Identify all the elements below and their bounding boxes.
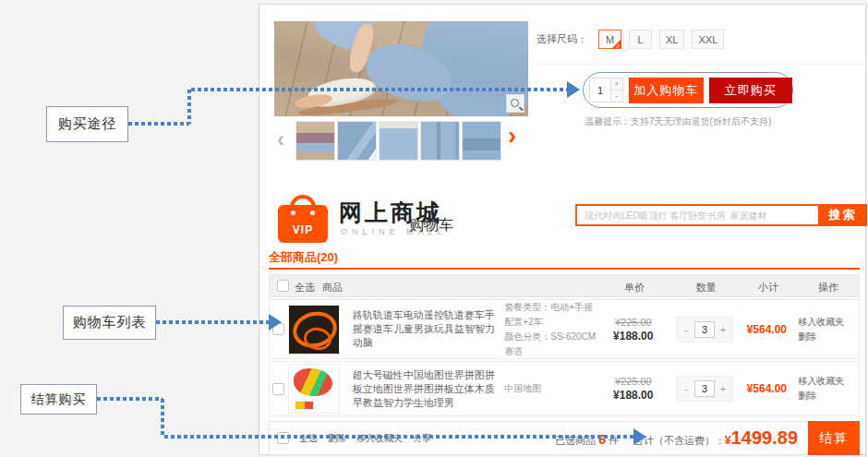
annotation-checkout: 结算购买 <box>20 384 97 415</box>
row1-spec-line1: 套餐类型：电动+手摇配置+2车 <box>504 300 597 330</box>
dotted-line-a1 <box>128 122 189 126</box>
bag-body: VIP <box>278 205 328 243</box>
row2-subtotal: ¥564.00 <box>739 382 794 395</box>
cart-row-1: 路轨轨道车电动遥控轨道赛车手摇赛道车儿童男孩玩具益智智力动脑 套餐类型：电动+手… <box>269 299 860 359</box>
row1-product-title[interactable]: 路轨轨道车电动遥控轨道赛车手摇赛道车儿童男孩玩具益智智力动脑 <box>353 308 505 350</box>
row1-product-image[interactable] <box>288 305 340 355</box>
size-options: M L XL XXL <box>598 30 724 49</box>
search-input[interactable] <box>575 204 818 226</box>
shop-window: ‹ › 选择尺码： M L XL XXL + - 加入购物车 立即购买 温馨提示… <box>259 4 866 455</box>
add-to-cart-button[interactable]: 加入购物车 <box>629 78 704 103</box>
magnifier-icon <box>511 99 519 107</box>
row1-qty-minus-button[interactable]: - <box>681 324 691 335</box>
total-currency: ¥ <box>725 434 731 447</box>
page-title: 购物车 <box>409 216 453 235</box>
section-divider <box>536 64 865 65</box>
column-subtotal: 小计 <box>741 281 796 295</box>
row2-delete-link[interactable]: 删除 <box>798 389 859 403</box>
row2-qty-minus-button[interactable]: - <box>681 383 691 394</box>
row2-product-image[interactable] <box>288 364 340 414</box>
size-option-m[interactable]: M <box>598 30 621 49</box>
dotted-line-b1 <box>156 320 269 324</box>
row2-unit-price: ¥225.00 ¥188.00 <box>597 376 670 402</box>
select-all-checkbox[interactable] <box>277 280 289 292</box>
row2-qty-value[interactable]: 3 <box>694 380 715 397</box>
column-operation: 操作 <box>796 281 861 295</box>
dotted-line-c2 <box>161 399 164 437</box>
column-unit-price: 单价 <box>597 281 671 295</box>
size-selector-row: 选择尺码： M L XL XXL <box>536 30 724 49</box>
row2-qty-plus-button[interactable]: + <box>718 383 728 394</box>
row2-original-price: ¥225.00 <box>597 376 670 387</box>
return-policy-hint: 温馨提示：支持7天无理由退货(拆封后不支持) <box>585 115 771 128</box>
quantity-decrease-button[interactable]: - <box>611 90 623 103</box>
total-amount: 1499.89 <box>731 427 798 449</box>
row1-qty-plus-button[interactable]: + <box>718 324 728 335</box>
vip-text: VIP <box>278 223 328 236</box>
total-label: 合计（不含运费）： <box>633 434 725 448</box>
row1-current-price: ¥188.00 <box>597 330 670 343</box>
annotation-cart-list: 购物车列表 <box>63 306 156 340</box>
cart-row-2: 超大号磁性中国地图世界拼图拼板立地图世界拼图拼板立体木质早教益智力学生地理男 中… <box>269 361 860 416</box>
thumbnail-3[interactable] <box>379 121 418 161</box>
quantity-input[interactable] <box>589 78 611 102</box>
arrowhead-buy-controls-icon <box>567 81 580 98</box>
image-zoom-button[interactable] <box>506 94 524 113</box>
row2-move-to-favorites-link[interactable]: 移入收藏夹 <box>798 374 859 389</box>
row1-unit-price: ¥225.00 ¥188.00 <box>597 317 670 343</box>
search-button[interactable]: 搜索 <box>818 204 867 226</box>
vip-bag-logo-icon: VIP <box>278 195 328 243</box>
thumbnails-next-arrow-icon[interactable]: › <box>508 126 516 145</box>
quantity-stepper: + - <box>589 78 623 102</box>
row1-delete-link[interactable]: 删除 <box>798 330 859 344</box>
row1-subtotal: ¥564.00 <box>739 323 794 336</box>
column-product: 商品 <box>322 281 343 295</box>
thumbnail-2[interactable] <box>337 121 377 161</box>
checkout-button[interactable]: 结算 <box>808 421 860 455</box>
annotation-purchase-path: 购买途径 <box>46 106 128 142</box>
tab-all-items[interactable]: 全部商品(20) <box>269 249 338 266</box>
arrowhead-cart-list-icon <box>269 314 282 331</box>
thumbnail-4[interactable] <box>420 121 460 161</box>
search-bar: 搜索 <box>575 204 867 226</box>
cart-table-header: 全选 商品 单价 数量 小计 操作 <box>269 274 860 297</box>
row1-qty-value[interactable]: 3 <box>694 321 715 338</box>
row2-operations: 移入收藏夹 删除 <box>794 374 859 403</box>
row1-original-price: ¥225.00 <box>597 317 670 328</box>
size-label: 选择尺码： <box>536 32 587 46</box>
dotted-line-c3 <box>164 435 633 439</box>
row1-spec-line2: 颜色分类：SS-620CM赛道 <box>504 330 597 359</box>
thumbnail-1[interactable] <box>295 121 335 161</box>
column-quantity: 数量 <box>671 281 741 295</box>
thumbnails-prev-arrow-icon[interactable]: ‹ <box>277 130 284 149</box>
product-main-image[interactable] <box>274 21 528 116</box>
quantity-increase-button[interactable]: + <box>611 78 623 90</box>
row2-product-title[interactable]: 超大号磁性中国地图世界拼图拼板立地图世界拼图拼板立体木质早教益智力学生地理男 <box>353 368 505 410</box>
row1-product-spec: 套餐类型：电动+手摇配置+2车 颜色分类：SS-620CM赛道 <box>504 300 597 359</box>
arrowhead-checkout-icon <box>633 428 646 445</box>
row1-move-to-favorites-link[interactable]: 移入收藏夹 <box>798 315 859 330</box>
dotted-line-a3 <box>191 88 567 91</box>
buy-controls-highlight: + - 加入购物车 立即购买 <box>583 72 793 108</box>
buy-now-button[interactable]: 立即购买 <box>709 78 792 103</box>
row2-current-price: ¥188.00 <box>597 389 670 402</box>
thumbnail-strip <box>295 121 501 161</box>
row1-quantity-stepper: - 3 + <box>676 317 733 343</box>
dotted-line-a2 <box>187 90 191 124</box>
row2-quantity-stepper: - 3 + <box>676 376 733 402</box>
row1-operations: 移入收藏夹 删除 <box>794 315 859 344</box>
thumbnail-5[interactable] <box>462 121 501 161</box>
tab-underline <box>269 268 860 270</box>
row2-product-spec: 中国地图 <box>504 381 597 396</box>
dotted-line-c1 <box>97 397 163 401</box>
size-option-l[interactable]: L <box>629 30 652 49</box>
row2-spec-line1: 中国地图 <box>504 381 597 396</box>
size-option-xxl[interactable]: XXL <box>692 30 724 49</box>
select-all-label: 全选 <box>295 281 315 295</box>
size-option-xl[interactable]: XL <box>659 30 684 49</box>
row2-checkbox[interactable] <box>272 383 284 395</box>
